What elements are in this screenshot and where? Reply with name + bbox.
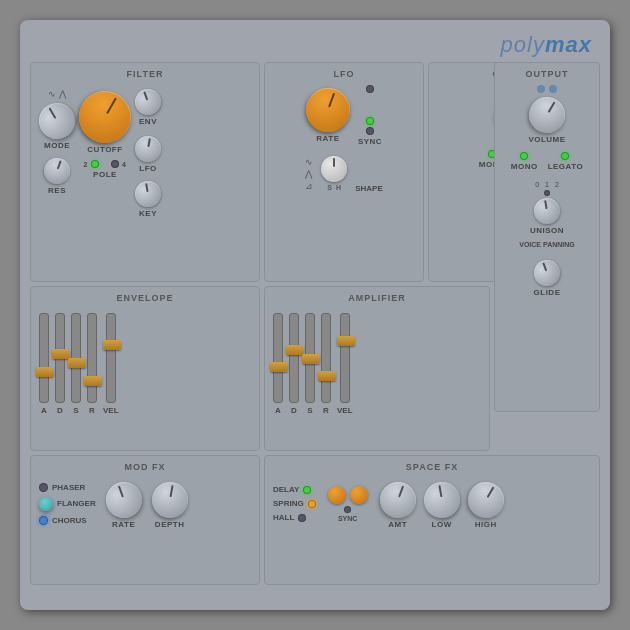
sync-label: SYNC bbox=[358, 137, 382, 146]
glide-knob[interactable] bbox=[530, 256, 563, 289]
env-thumb-a bbox=[36, 367, 54, 377]
pole-2-led[interactable] bbox=[91, 160, 99, 168]
lfo-label: LFO bbox=[273, 69, 415, 79]
amp-thumb-a bbox=[270, 362, 288, 372]
brand-prefix: poly bbox=[501, 32, 545, 57]
key-knob[interactable] bbox=[133, 179, 163, 209]
mono-led-r[interactable] bbox=[520, 152, 528, 160]
spacefx-delay-row: DELAY bbox=[273, 485, 316, 494]
delay-knob-2[interactable] bbox=[350, 486, 368, 504]
cutoff-knob-label: CUTOFF bbox=[87, 145, 122, 154]
lfo-rate-label: RATE bbox=[316, 134, 339, 143]
lfo-rate-knob[interactable] bbox=[300, 82, 356, 138]
key-knob-container: KEY bbox=[135, 181, 161, 218]
env-thumb-s bbox=[68, 358, 86, 368]
envelope-label: ENVELOPE bbox=[39, 293, 251, 303]
spacefx-low-knob[interactable] bbox=[421, 479, 463, 521]
envelope-sliders: A D S bbox=[39, 309, 251, 419]
spacefx-amt-knob[interactable] bbox=[375, 477, 421, 523]
env-thumb-vel bbox=[103, 340, 121, 350]
env-slider-r: R bbox=[87, 313, 97, 415]
delay-knob-1[interactable] bbox=[328, 486, 346, 504]
res-knob[interactable] bbox=[40, 154, 73, 187]
cutoff-knob[interactable] bbox=[69, 81, 140, 152]
unison-val-0: 0 bbox=[535, 181, 539, 188]
env-track-r[interactable] bbox=[87, 313, 97, 403]
amp-slider-d: D bbox=[289, 313, 299, 415]
env-slider-vel: VEL bbox=[103, 313, 119, 415]
brand-suffix: max bbox=[545, 32, 592, 57]
legato-label-r: LEGATO bbox=[548, 162, 584, 171]
flanger-btn[interactable] bbox=[39, 497, 53, 511]
unison-val-1: 1 bbox=[545, 181, 549, 188]
env-track-d[interactable] bbox=[55, 313, 65, 403]
cutoff-knob-container: CUTOFF bbox=[79, 91, 131, 154]
amp-track-a[interactable] bbox=[273, 313, 283, 403]
lfo-rate-led bbox=[366, 85, 374, 93]
amplifier-label: AMPLIFIER bbox=[273, 293, 481, 303]
env-track-s[interactable] bbox=[71, 313, 81, 403]
unison-knob-container: 0 1 2 UNISON bbox=[530, 181, 564, 235]
sync-led-1 bbox=[366, 117, 374, 125]
shape-sine-icon: ∿ bbox=[305, 157, 313, 167]
env-track-a[interactable] bbox=[39, 313, 49, 403]
amp-thumb-r bbox=[318, 371, 336, 381]
sh-label: S bbox=[327, 184, 332, 191]
amp-track-d[interactable] bbox=[289, 313, 299, 403]
env-knob[interactable] bbox=[131, 85, 164, 118]
pole-row: 2 4 bbox=[84, 160, 127, 168]
chorus-led[interactable] bbox=[39, 516, 48, 525]
env-thumb-d bbox=[52, 349, 70, 359]
phaser-led[interactable] bbox=[39, 483, 48, 492]
hall-led[interactable] bbox=[298, 514, 306, 522]
amp-track-r[interactable] bbox=[321, 313, 331, 403]
output-right-label: OUTPUT bbox=[501, 69, 593, 79]
lfo-shape-knob[interactable] bbox=[321, 156, 347, 182]
amp-slider-r: R bbox=[321, 313, 331, 415]
shape-saw-icon: ⊿ bbox=[305, 181, 313, 191]
sh-label2: H bbox=[336, 184, 341, 191]
volume-knob-r[interactable] bbox=[522, 90, 571, 139]
amp-slider-a: A bbox=[273, 313, 283, 415]
voice-panning-label: VOICE PANNING bbox=[519, 241, 575, 248]
shape-tri-icon: ⋀ bbox=[305, 169, 312, 179]
mode-knob[interactable] bbox=[32, 96, 81, 145]
mono-label-r: MONO bbox=[511, 162, 538, 171]
spring-led[interactable] bbox=[308, 500, 316, 508]
unison-val-2: 2 bbox=[555, 181, 559, 188]
modfx-label: MOD FX bbox=[39, 462, 251, 472]
spacefx-high-knob[interactable] bbox=[461, 475, 510, 524]
envelope-section: ENVELOPE A D bbox=[30, 286, 260, 451]
modfx-rate-knob[interactable] bbox=[101, 477, 147, 523]
volume-label-r: VOLUME bbox=[528, 135, 565, 144]
lfo-section: LFO RATE S bbox=[264, 62, 424, 282]
lfo-knob[interactable] bbox=[133, 134, 163, 164]
key-knob-label: KEY bbox=[139, 209, 157, 218]
filter-section: FILTER ∿ ⋀ MODE bbox=[30, 62, 260, 282]
unison-knob[interactable] bbox=[532, 196, 562, 226]
wave-sine-icon: ∿ bbox=[48, 89, 56, 99]
spacefx-hall-row: HALL bbox=[273, 513, 316, 522]
amp-track-s[interactable] bbox=[305, 313, 315, 403]
modfx-depth-knob-container: DEPTH bbox=[152, 482, 188, 529]
glide-knob-container: GLIDE bbox=[534, 260, 561, 297]
modfx-depth-knob[interactable] bbox=[149, 479, 191, 521]
spacefx-amt-knob-container: AMT bbox=[380, 482, 416, 529]
legato-led-r[interactable] bbox=[561, 152, 569, 160]
spacefx-low-label: LOW bbox=[432, 520, 452, 529]
bottom-row: MOD FX PHASER FLANGER CHORUS bbox=[30, 455, 600, 585]
amp-thumb-s bbox=[302, 354, 320, 364]
amp-track-vel[interactable] bbox=[340, 313, 350, 403]
env-thumb-r bbox=[84, 376, 102, 386]
unison-dot bbox=[544, 190, 550, 196]
env-track-vel[interactable] bbox=[106, 313, 116, 403]
pole-4-led[interactable] bbox=[111, 160, 119, 168]
sync-led-2 bbox=[366, 127, 374, 135]
lfo-knob-container: LFO bbox=[135, 136, 161, 173]
wave-tri-icon: ⋀ bbox=[59, 89, 66, 99]
spacefx-amt-label: AMT bbox=[388, 520, 407, 529]
modfx-chorus-row: CHORUS bbox=[39, 516, 96, 525]
filter-label: FILTER bbox=[39, 69, 251, 79]
delay-led[interactable] bbox=[303, 486, 311, 494]
amp-thumb-d bbox=[286, 345, 304, 355]
